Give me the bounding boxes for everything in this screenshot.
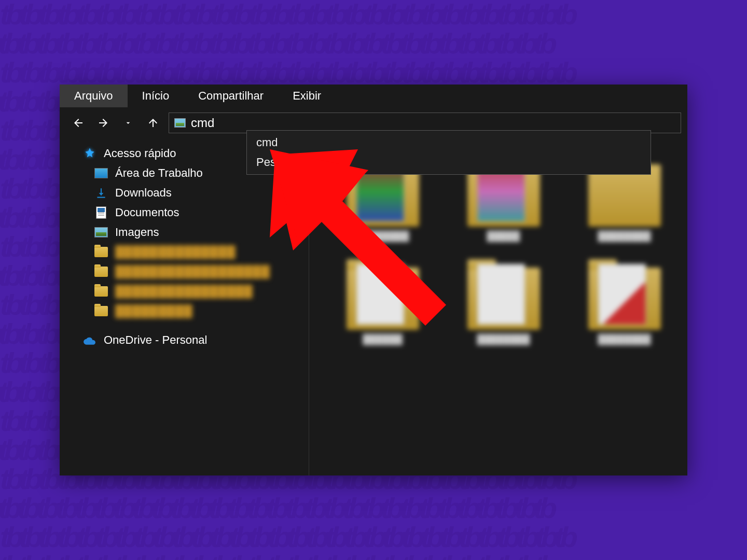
navigation-sidebar: Acesso rápido Área de Trabalho Downloads xyxy=(60,138,309,475)
arrow-up-icon xyxy=(147,117,159,129)
menu-item-compartilhar[interactable]: Compartilhar xyxy=(184,85,278,107)
sidebar-item-label: Documentos xyxy=(115,206,282,219)
file-item-label-blurred: ████████ xyxy=(598,334,651,345)
nav-back-button[interactable] xyxy=(69,114,88,132)
folder-icon xyxy=(94,247,108,257)
pictures-icon xyxy=(94,227,108,237)
nav-forward-button[interactable] xyxy=(94,114,113,132)
address-suggestion-item[interactable]: cmd xyxy=(247,133,651,152)
address-suggestion-item[interactable]: Pesquisar "cmd" xyxy=(247,152,651,172)
file-item-label-blurred: ████████ xyxy=(356,231,409,242)
chevron-down-icon xyxy=(124,119,132,127)
sidebar-item-onedrive[interactable]: OneDrive - Personal xyxy=(83,330,298,350)
pictures-folder-icon xyxy=(174,118,186,128)
folder-thumbnail-icon xyxy=(347,268,419,330)
sidebar-item-images[interactable]: Imagens xyxy=(83,222,298,242)
arrow-left-icon xyxy=(72,117,85,129)
file-explorer-window: Arquivo Início Compartilhar Exibir cmd P… xyxy=(60,85,687,475)
file-item-label-blurred: ██████ xyxy=(363,334,403,345)
onedrive-cloud-icon xyxy=(83,334,96,346)
file-content-area: ████████ █████ ████████ ██████ ████████ … xyxy=(309,138,687,475)
pin-icon xyxy=(289,226,298,239)
file-item-label-blurred: █████ xyxy=(487,231,520,242)
sidebar-item-label: Imagens xyxy=(115,226,282,239)
sidebar-item-label-blurred: █████████ xyxy=(115,304,298,318)
sidebar-item-label: Downloads xyxy=(115,186,282,200)
folder-icon xyxy=(94,267,108,277)
pin-icon xyxy=(289,186,298,200)
folder-icon xyxy=(94,306,108,316)
sidebar-item-folder[interactable]: ██████████████████ xyxy=(83,262,298,282)
download-arrow-icon xyxy=(94,187,108,199)
sidebar-item-folder[interactable]: ████████████████ xyxy=(83,282,298,301)
file-item[interactable]: ████████ xyxy=(451,257,556,345)
sidebar-item-label: OneDrive - Personal xyxy=(104,333,298,347)
desktop-icon xyxy=(94,168,108,178)
file-item-label-blurred: ████████ xyxy=(598,231,651,242)
menu-item-arquivo[interactable]: Arquivo xyxy=(60,85,128,107)
sidebar-item-label-blurred: ████████████████ xyxy=(115,285,298,298)
address-input[interactable] xyxy=(191,116,675,130)
document-icon xyxy=(96,206,106,219)
sidebar-item-label-blurred: ██████████████ xyxy=(115,245,298,259)
nav-up-button[interactable] xyxy=(144,114,162,132)
folder-thumbnail-icon xyxy=(467,268,540,330)
pin-icon xyxy=(289,206,298,219)
address-suggestions-dropdown: cmd Pesquisar "cmd" xyxy=(246,130,651,175)
file-item[interactable]: ████████ xyxy=(572,257,677,345)
sidebar-item-folder[interactable]: █████████ xyxy=(83,301,298,321)
quick-access-star-icon xyxy=(83,148,96,159)
arrow-right-icon xyxy=(97,117,109,129)
menu-bar: Arquivo Início Compartilhar Exibir xyxy=(60,85,687,107)
sidebar-item-documents[interactable]: Documentos xyxy=(83,203,298,222)
sidebar-item-folder[interactable]: ██████████████ xyxy=(83,242,298,262)
folder-icon xyxy=(94,286,108,297)
file-item[interactable]: ██████ xyxy=(330,257,435,345)
menu-item-inicio[interactable]: Início xyxy=(128,85,184,107)
file-item-label-blurred: ████████ xyxy=(477,334,530,345)
sidebar-item-label-blurred: ██████████████████ xyxy=(115,265,298,278)
menu-item-exibir[interactable]: Exibir xyxy=(278,85,336,107)
nav-history-dropdown[interactable] xyxy=(119,114,137,132)
folder-thumbnail-icon xyxy=(588,268,661,330)
sidebar-item-downloads[interactable]: Downloads xyxy=(83,183,298,203)
